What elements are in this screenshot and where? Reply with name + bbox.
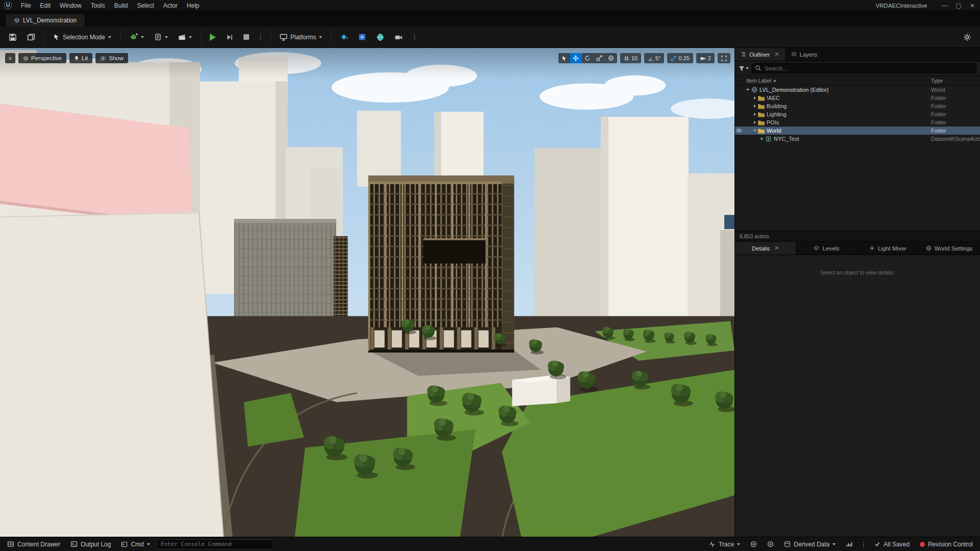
- menu-edit[interactable]: Edit: [36, 1, 55, 10]
- content-drawer-button[interactable]: Content Drawer: [3, 539, 64, 549]
- insights-button[interactable]: [746, 539, 761, 549]
- item-label-header-text: Item Label: [746, 78, 771, 84]
- outliner-row-actor[interactable]: NYC_Test DatasmithSceneActor: [735, 135, 980, 143]
- stop-button[interactable]: [240, 32, 253, 42]
- scale-tool-button[interactable]: [594, 53, 605, 63]
- camera-speed-value: 2: [708, 55, 711, 61]
- outliner-actor-count: 6,853 actors: [735, 231, 980, 241]
- tab-light-mixer[interactable]: Light Mixer: [857, 242, 919, 255]
- rotate-tool-button[interactable]: [582, 53, 594, 63]
- row-label: POIs: [765, 119, 931, 126]
- scale-snap-chip[interactable]: 0.25: [667, 53, 693, 63]
- world-local-toggle[interactable]: [605, 53, 617, 63]
- expand-caret-down-icon[interactable]: [752, 130, 757, 132]
- outliner-search-input[interactable]: [752, 63, 976, 73]
- cinematics-dropdown[interactable]: [175, 31, 195, 43]
- angle-snap-icon: [648, 56, 653, 61]
- close-icon[interactable]: ✕: [774, 245, 779, 252]
- blueprint-icon: [154, 33, 162, 41]
- menu-select[interactable]: Select: [133, 1, 158, 10]
- camera-speed-chip[interactable]: 2: [696, 53, 715, 63]
- minimize-button[interactable]: —: [942, 2, 948, 9]
- menu-help[interactable]: Help: [183, 1, 204, 10]
- outliner-searchbox: [752, 63, 976, 73]
- chevron-down-icon: [189, 36, 192, 38]
- outliner-tab-label: Outliner: [749, 52, 770, 58]
- viewport-layout-button[interactable]: [355, 31, 370, 43]
- outliner-row-folder[interactable]: Building Folder: [735, 102, 980, 110]
- menu-tools[interactable]: Tools: [87, 1, 109, 10]
- tab-outliner[interactable]: Outliner ✕: [735, 48, 786, 61]
- expand-caret-down-icon[interactable]: [745, 89, 750, 91]
- visibility-eye-toggle[interactable]: [735, 129, 743, 133]
- console-command-input[interactable]: [156, 539, 274, 549]
- menu-file[interactable]: File: [17, 1, 35, 10]
- maximize-button[interactable]: ▢: [956, 2, 962, 9]
- column-type[interactable]: Type: [931, 78, 980, 84]
- filter-button[interactable]: [739, 66, 749, 71]
- statusbar-overflow-menu[interactable]: ⋮: [859, 540, 868, 548]
- maximize-viewport-button[interactable]: [718, 53, 730, 63]
- chevron-down-icon: [147, 543, 150, 545]
- close-button[interactable]: ✕: [970, 2, 975, 9]
- menu-window[interactable]: Window: [56, 1, 86, 10]
- viewport-scene[interactable]: [0, 48, 734, 537]
- all-saved-indicator[interactable]: All Saved: [870, 539, 914, 549]
- outliner-row-folder[interactable]: POIs Folder: [735, 118, 980, 127]
- screenshot-button[interactable]: [763, 539, 778, 549]
- cmd-dropdown[interactable]: Cmd: [117, 539, 154, 549]
- browse-content-button[interactable]: [23, 31, 39, 44]
- platforms-icon: [280, 33, 287, 41]
- save-button[interactable]: [5, 31, 20, 44]
- derived-data-dropdown[interactable]: Derived Data: [780, 539, 840, 549]
- rotation-snap-value: 5°: [655, 55, 661, 61]
- selection-mode-dropdown[interactable]: Selection Mode: [50, 31, 115, 43]
- rotation-snap-chip[interactable]: 5°: [644, 53, 665, 63]
- outliner-row-folder[interactable]: !AEC Folder: [735, 94, 980, 102]
- expand-caret-right-icon[interactable]: [752, 96, 757, 99]
- toolbar-separator: [271, 31, 271, 43]
- select-tool-button[interactable]: [558, 53, 570, 63]
- tab-levels[interactable]: Levels: [796, 242, 857, 255]
- blueprints-dropdown[interactable]: [151, 31, 172, 43]
- show-flags-dropdown[interactable]: Show: [95, 53, 128, 63]
- skip-frame-button[interactable]: [223, 31, 237, 43]
- stats-button[interactable]: [842, 540, 856, 549]
- expand-caret-right-icon[interactable]: [752, 105, 757, 108]
- play-button[interactable]: [206, 31, 219, 43]
- play-options-menu[interactable]: ⋮: [256, 33, 265, 41]
- settings-button[interactable]: [960, 31, 975, 44]
- grid-snap-chip[interactable]: 10: [620, 53, 641, 63]
- level-tab[interactable]: LVL_Demonstration: [5, 13, 85, 27]
- trace-dropdown[interactable]: Trace: [705, 539, 744, 549]
- perspective-dropdown[interactable]: Perspective: [18, 53, 66, 63]
- menu-build[interactable]: Build: [110, 1, 132, 10]
- tab-details[interactable]: Details ✕: [735, 242, 796, 255]
- level-viewport[interactable]: ≡ Perspective Lit Show: [0, 48, 735, 537]
- transform-gizmo-group: [558, 53, 617, 63]
- close-icon[interactable]: ✕: [774, 51, 779, 58]
- expand-caret-right-icon[interactable]: [752, 121, 757, 124]
- world-browser-button[interactable]: [373, 31, 388, 44]
- expand-caret-right-icon[interactable]: [759, 137, 765, 140]
- paint-tool-button[interactable]: [336, 31, 352, 44]
- outliner-row-level[interactable]: LVL_Demonstration (Editor) World: [735, 86, 980, 94]
- expand-caret-right-icon[interactable]: [752, 113, 757, 116]
- revision-control-button[interactable]: Revision Control: [916, 539, 977, 549]
- level-tab-label: LVL_Demonstration: [23, 17, 77, 24]
- output-log-button[interactable]: Output Log: [66, 539, 115, 549]
- add-actor-dropdown[interactable]: [126, 30, 148, 44]
- move-tool-button[interactable]: [570, 53, 582, 63]
- outliner-row-folder[interactable]: Lighting Folder: [735, 110, 980, 118]
- platforms-dropdown[interactable]: Platforms: [276, 31, 326, 43]
- camera-bookmarks-button[interactable]: [391, 31, 406, 44]
- column-item-label[interactable]: Item Label: [735, 78, 931, 84]
- viewport-options-menu[interactable]: ≡: [5, 53, 15, 63]
- outliner-row-world-selected[interactable]: World Folder: [735, 127, 980, 135]
- view-mode-dropdown[interactable]: Lit: [69, 53, 92, 63]
- tab-world-settings[interactable]: World Settings: [919, 242, 980, 255]
- toolbar-overflow-menu[interactable]: ⋮: [409, 33, 419, 41]
- menu-actor[interactable]: Actor: [159, 1, 182, 10]
- unreal-logo-icon[interactable]: U: [4, 2, 12, 9]
- tab-layers[interactable]: Layers: [786, 48, 824, 61]
